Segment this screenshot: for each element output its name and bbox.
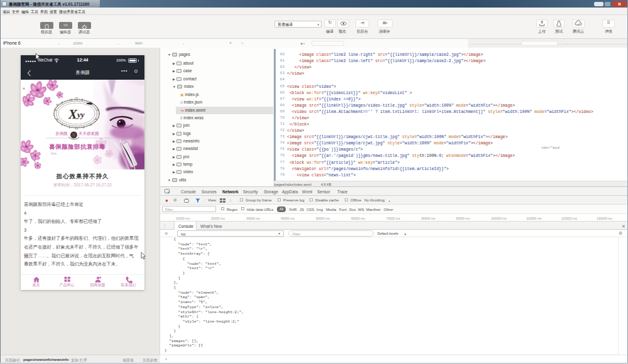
svg-text:喜俐颜脸部抗衰排毒: 喜俐颜脸部抗衰排毒 (49, 143, 106, 150)
svg-text:喜俐颜: 喜俐颜 (55, 131, 68, 136)
svg-text:X: X (68, 107, 78, 122)
svg-text:天天都素颜: 天天都素颜 (78, 131, 99, 136)
svg-text:yy: yy (76, 110, 85, 119)
svg-text:Xiily: Xiily (50, 152, 57, 155)
